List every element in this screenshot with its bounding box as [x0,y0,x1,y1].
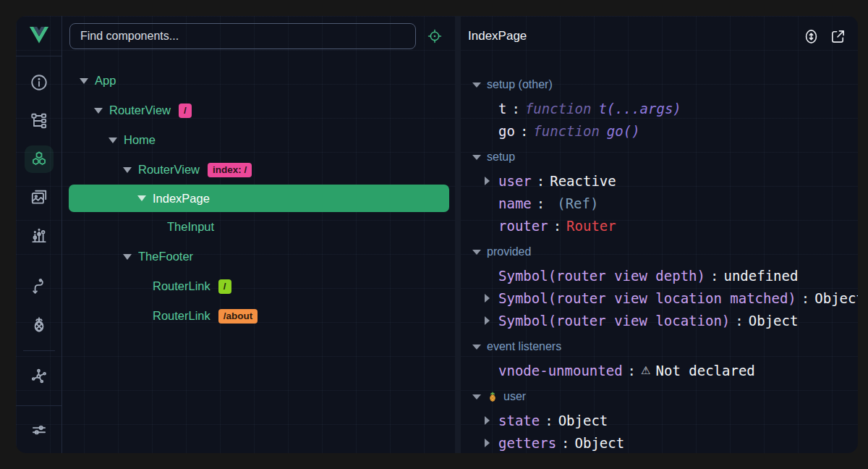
section-setup-other[interactable]: setup (other) [461,72,858,97]
state-row-getters[interactable]: getters : Object [461,431,858,453]
collapse-caret-icon[interactable] [80,78,88,84]
settings-icon [30,421,48,439]
state-key: go [498,123,515,139]
expand-caret-icon[interactable] [485,177,490,185]
function-signature: go() [607,123,640,139]
sidebar-divider [23,350,55,351]
section-label: user [503,390,526,403]
info-icon [30,73,48,92]
expand-all-button[interactable] [802,28,820,45]
panel-splitter[interactable] [455,16,461,453]
section-caret-icon[interactable] [472,155,481,160]
state-row-router-view-location[interactable]: Symbol(router view location) : Object [461,309,858,331]
sidebar-bottom [16,405,62,453]
sidebar-item-graph[interactable] [25,363,54,390]
sidebar-item-pinia[interactable] [25,311,54,339]
sidebar-item-settings[interactable] [25,416,54,444]
tree-row-indexpage-selected[interactable]: IndexPage [69,185,449,212]
vue-logo[interactable] [16,16,61,56]
component-tree-panel: App RouterView / Home RouterView index: … [62,16,455,453]
component-name: RouterLink [153,309,210,323]
tree-row-theinput[interactable]: TheInput [62,212,455,242]
state-key: vnode-unmounted [498,363,623,379]
state-key: name [498,195,532,211]
component-name: TheInput [167,220,214,234]
open-in-editor-button[interactable] [829,28,846,45]
sidebar-item-components[interactable] [25,145,54,173]
state-value-error: Router [566,218,616,234]
section-event-listeners[interactable]: event listeners [461,334,858,359]
collapse-caret-icon[interactable] [137,195,146,201]
component-name: Home [124,133,156,147]
state-row-router-view-location-matched[interactable]: Symbol(router view location matched) : O… [461,287,858,309]
sidebar-item-timeline[interactable] [25,222,54,250]
section-label: provided [487,245,531,258]
graph-icon [30,367,48,386]
section-user-store[interactable]: user [461,384,858,409]
component-name: IndexPage [153,192,210,206]
section-caret-icon[interactable] [472,83,481,88]
sidebar-item-overview[interactable] [25,69,54,96]
state-key: getters [498,435,556,451]
assets-image-icon [30,188,48,207]
collapse-caret-icon[interactable] [123,254,132,260]
state-row-vnode-unmounted: vnode-unmounted : ⚠ Not declared [461,359,858,381]
collapse-caret-icon[interactable] [94,108,103,114]
tree-row-routerlink-home[interactable]: RouterLink / [62,271,455,301]
sidebar-item-component-tree[interactable] [25,107,54,135]
tree-row-routerview-index[interactable]: RouterView index: / [62,155,455,185]
section-label: event listeners [487,340,561,353]
warning-icon: ⚠ [641,364,650,377]
state-row-state[interactable]: state : Object [461,409,858,431]
collapse-caret-icon[interactable] [109,138,117,143]
expand-caret-icon[interactable] [485,439,490,447]
state-value: Reactive [550,173,616,189]
search-input[interactable] [69,23,416,49]
component-name: TheFooter [138,250,193,263]
function-keyword: function [533,123,600,139]
expand-caret-icon[interactable] [485,416,490,425]
sidebar-item-router[interactable] [25,273,54,300]
tree-row-home[interactable]: Home [62,125,455,155]
section-setup[interactable]: setup [461,145,858,169]
inspector-header: IndexPage [461,16,858,56]
section-label: setup [487,151,515,164]
section-caret-icon[interactable] [472,250,481,255]
tree-toolbar [62,16,455,56]
pinia-pineapple-icon [30,316,48,334]
component-name: App [95,74,116,88]
inspect-element-button[interactable] [422,23,448,49]
state-row-name: name : (Ref) [461,192,858,214]
tree-row-app[interactable]: App [62,66,455,96]
sidebar-nav [16,56,61,405]
expand-caret-icon[interactable] [485,294,490,303]
state-row-t: t : function t(...args) [461,97,858,119]
state-value-ref: (Ref) [557,195,598,211]
open-in-editor-icon [830,28,846,45]
collapse-caret-icon[interactable] [123,167,132,173]
state-key: Symbol(router view depth) [498,268,705,284]
state-key: user [498,173,532,189]
state-key: t [498,101,506,117]
section-caret-icon[interactable] [472,394,481,400]
section-caret-icon[interactable] [472,345,481,350]
inspector-actions [802,28,846,45]
section-provided[interactable]: provided [461,240,858,264]
router-icon [30,277,48,296]
component-tree-icon [30,111,48,130]
tree-row-routerlink-about[interactable]: RouterLink /about [62,301,455,331]
state-row-user[interactable]: user : Reactive [461,169,858,192]
devtools-window: App RouterView / Home RouterView index: … [16,16,858,453]
route-badge: / [218,279,231,294]
tree-row-thefooter[interactable]: TheFooter [62,242,455,271]
tree-row-routerview[interactable]: RouterView / [62,96,455,125]
function-signature: t(...args) [598,101,681,117]
sidebar-item-assets[interactable] [25,184,54,211]
sidebar [16,16,62,453]
section-label: setup (other) [487,78,553,91]
state-value: undefined [723,268,798,284]
state-value: Object [575,435,625,451]
state-key: Symbol(router view location matched) [498,290,796,306]
component-name: RouterLink [153,279,210,293]
expand-caret-icon[interactable] [485,316,490,325]
